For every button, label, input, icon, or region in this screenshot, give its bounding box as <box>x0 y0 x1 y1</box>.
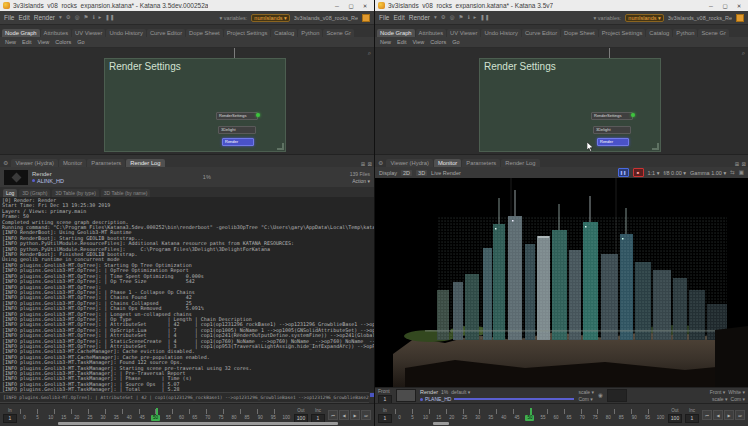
main-tab[interactable]: Attributes <box>41 29 72 37</box>
menu-edit[interactable]: Edit <box>18 14 29 21</box>
stop-render-button[interactable]: ■ <box>633 168 644 177</box>
graph-state-dropdown[interactable]: 3v3islands_v08_rocks_Re <box>668 15 732 21</box>
nodegraph-menu-item[interactable]: Colors <box>430 39 446 45</box>
render-log-output[interactable]: [0] Render: RenderStart Time: Fri Dec 13… <box>0 197 374 392</box>
close-button[interactable]: ✕ <box>359 1 371 10</box>
menu-render[interactable]: Render <box>409 14 430 21</box>
nodegraph-menu-item[interactable]: New <box>380 39 391 45</box>
scroll-up-button[interactable] <box>370 393 374 397</box>
panel-tab[interactable]: Parameters <box>462 159 500 167</box>
panel-tab[interactable]: Monitor <box>434 159 461 167</box>
main-tab[interactable]: Undo History <box>481 29 521 37</box>
action-dropdown[interactable]: Action ▾ <box>352 178 370 184</box>
in-field[interactable]: 1 <box>378 414 392 423</box>
transport-button[interactable]: ⏭ <box>735 410 745 420</box>
menu-file[interactable]: File <box>4 14 14 21</box>
panel-tab[interactable]: Monitor <box>59 159 86 167</box>
titlebar[interactable]: 3v3islands_v08_rocks_expansion.katana* -… <box>375 0 748 11</box>
front-mode-dropdown[interactable]: Front ▾ <box>710 389 726 395</box>
snap-target-icon[interactable]: ◎ <box>75 15 80 21</box>
transport-button[interactable]: ⏮ <box>702 410 712 420</box>
playhead[interactable] <box>156 408 158 415</box>
snap-target-icon[interactable]: ◎ <box>450 15 455 21</box>
nodegraph-menu-item[interactable]: New <box>5 39 16 45</box>
panel-tab[interactable]: Parameters <box>87 159 125 167</box>
transport-button[interactable]: ◀ <box>713 410 723 420</box>
back-buffer-thumbnail[interactable] <box>607 389 627 402</box>
magnifier-icon[interactable]: ⌕ <box>368 50 371 57</box>
main-tab[interactable]: Python <box>298 29 322 37</box>
render-play-icon[interactable]: ▸ <box>474 15 477 21</box>
render-log-subtab[interactable]: 3D Table (by name) <box>101 189 151 197</box>
node-rendersettings[interactable]: RenderSettings <box>216 112 258 120</box>
render-settings-backdrop[interactable]: Render Settings <box>104 58 286 152</box>
info-icon[interactable]: ℹ <box>467 15 469 21</box>
transport-button[interactable]: ⏮ <box>328 410 338 420</box>
view-flag-led[interactable] <box>256 113 260 117</box>
nodegraph-menu-item[interactable]: Go <box>452 39 459 45</box>
transport-button[interactable]: ▶ <box>350 410 360 420</box>
compare-dropdown[interactable]: Com ▾ <box>731 396 745 402</box>
render-log-subtab[interactable]: 3D Table (by type) <box>52 189 98 197</box>
main-tab[interactable]: Project Settings <box>224 29 271 37</box>
exposure-dropdown[interactable]: f/8 0.00 ▾ <box>663 170 686 176</box>
transport-button[interactable]: ▶ <box>724 410 734 420</box>
variable-numislands-dropdown[interactable]: numIslands ▾ <box>251 14 289 22</box>
display-2d-button[interactable]: 2D <box>401 170 412 176</box>
main-tab[interactable]: Dope Sheet <box>561 29 598 37</box>
minimize-button[interactable]: ─ <box>331 1 343 10</box>
panel-gear-icon[interactable]: ⚙ <box>2 159 10 167</box>
render-thumbnail[interactable] <box>4 170 28 185</box>
camera-icon[interactable]: ◉ <box>598 393 603 399</box>
nodegraph-menu-item[interactable]: Go <box>77 39 84 45</box>
scale-dropdown[interactable]: scale ▾ <box>712 396 728 402</box>
gamma-dropdown[interactable]: Gamma 1.00 ▾ <box>690 170 726 176</box>
main-tab[interactable]: Scene Gr <box>323 29 354 37</box>
compare-dropdown[interactable]: Com ▾ <box>578 396 594 402</box>
zoom-level-dropdown[interactable]: 1:1 ▾ <box>648 170 660 176</box>
out-field[interactable]: 100 <box>668 414 682 423</box>
main-tab[interactable]: Catalog <box>646 29 672 37</box>
menu-file[interactable]: File <box>379 14 389 21</box>
timeline-scrollbar[interactable] <box>433 422 449 425</box>
minimize-button[interactable]: ─ <box>705 1 717 10</box>
nodegraph-menu-item[interactable]: Colors <box>55 39 71 45</box>
main-tab[interactable]: Curve Editor <box>522 29 560 37</box>
dropdown-arrow-icon[interactable]: ▾ <box>434 15 437 21</box>
snapshot-icon[interactable]: ▣ <box>739 170 744 176</box>
pause-icon[interactable]: ❚❚ <box>480 15 489 21</box>
main-tab[interactable]: Python <box>673 29 697 37</box>
main-tab[interactable]: Curve Editor <box>147 29 185 37</box>
maximize-button[interactable]: ▢ <box>719 1 731 10</box>
main-tab[interactable]: Node Graph <box>377 29 415 37</box>
flag-icon[interactable]: ⚑ <box>459 15 464 21</box>
transport-button[interactable]: ◀ <box>339 410 349 420</box>
view-flag-led[interactable] <box>631 113 635 117</box>
maximize-button[interactable]: ▢ <box>345 1 357 10</box>
menu-edit[interactable]: Edit <box>393 14 404 21</box>
flag-icon[interactable]: ⚑ <box>84 15 89 21</box>
compare-icon[interactable]: ⇆ <box>730 170 735 176</box>
nodegraph-menu-item[interactable]: Edit <box>397 39 406 45</box>
render-settings-backdrop[interactable]: Render Settings <box>479 58 661 152</box>
timeline-scrollbar[interactable] <box>58 422 338 425</box>
main-tab[interactable]: UV Viewer <box>72 29 105 37</box>
pause-icon[interactable]: ❚❚ <box>105 15 114 21</box>
info-icon[interactable]: ℹ <box>92 15 94 21</box>
main-tab[interactable]: Catalog <box>271 29 297 37</box>
close-button[interactable]: ✕ <box>733 1 745 10</box>
in-field[interactable]: 1 <box>3 414 17 423</box>
render-play-icon[interactable]: ▸ <box>99 15 102 21</box>
nodegraph-canvas[interactable]: Render Settings RenderSettings 3Delight … <box>0 48 374 154</box>
gear-icon[interactable]: ⚙ <box>66 15 71 21</box>
variable-numislands-dropdown[interactable]: numIslands ▾ <box>625 14 663 22</box>
nodegraph-menu-item[interactable]: View <box>413 39 425 45</box>
node-3delight[interactable]: 3Delight <box>218 126 256 134</box>
node-render[interactable]: Render <box>222 138 254 146</box>
render-log-subtab[interactable]: 3D (Graph) <box>19 189 50 197</box>
transport-button[interactable]: ⏭ <box>361 410 371 420</box>
render-log-subtab[interactable]: Log <box>3 189 17 197</box>
panel-tab[interactable]: Render Log <box>126 159 164 167</box>
main-tab[interactable]: Project Settings <box>599 29 646 37</box>
node-3delight[interactable]: 3Delight <box>593 126 631 134</box>
